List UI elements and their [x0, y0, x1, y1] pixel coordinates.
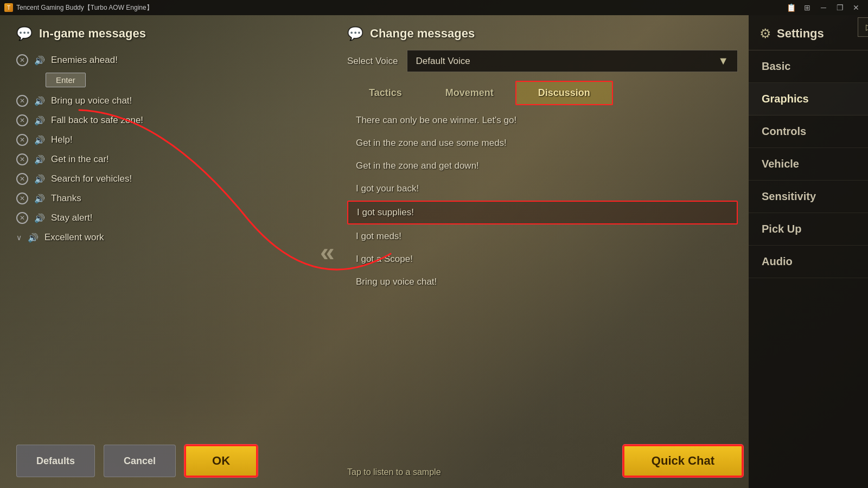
list-item: ✕ 🔊 Enemies ahead!	[16, 52, 326, 68]
remove-message-button[interactable]: ✕	[16, 114, 28, 126]
settings-item-controls[interactable]: Controls	[749, 115, 868, 148]
center-message-item[interactable]: Bring up voice chat!	[347, 271, 738, 293]
settings-panel: ⚙ Settings ▷ Esc Basic Graphics Controls…	[749, 15, 868, 488]
remove-message-button[interactable]: ✕	[16, 54, 28, 66]
titlebar-extra-btn2[interactable]: ⊞	[800, 0, 815, 15]
speaker-icon[interactable]: 🔊	[27, 232, 39, 243]
chevron-down-icon: ▼	[718, 55, 729, 67]
list-item: ✕ 🔊 Stay alert!	[16, 210, 326, 226]
settings-item-vehicle[interactable]: Vehicle	[749, 148, 868, 181]
tab-movement[interactable]: Movement	[424, 81, 515, 105]
enter-button[interactable]: Enter	[46, 73, 86, 87]
speaker-icon[interactable]: 🔊	[34, 192, 46, 204]
center-message-item[interactable]: I got a Scope!	[347, 248, 738, 270]
main-content: 💬 In-game messages ✕ 🔊 Enemies ahead! En…	[0, 15, 868, 488]
settings-item-audio[interactable]: Audio	[749, 246, 868, 278]
remove-message-button[interactable]: ✕	[16, 95, 28, 107]
cancel-button[interactable]: Cancel	[104, 445, 176, 477]
change-messages-icon: 💬	[347, 26, 363, 41]
center-message-item[interactable]: I got your back!	[347, 178, 738, 200]
center-panel-header: 💬 Change messages	[347, 26, 738, 41]
messages-icon: 💬	[16, 26, 33, 41]
restore-button[interactable]: ❐	[832, 0, 847, 15]
remove-message-button[interactable]: ✕	[16, 134, 28, 146]
titlebar-controls: 📋 ⊞ ─ ❐ ✕	[783, 0, 864, 15]
titlebar-extra-btn[interactable]: 📋	[783, 0, 799, 15]
speaker-icon[interactable]: 🔊	[34, 95, 46, 107]
message-text: Search for vehicles!	[51, 174, 132, 184]
remove-message-button[interactable]: ✕	[16, 192, 28, 204]
voice-selector-row: Select Voice Default Voice ▼	[347, 50, 738, 72]
message-text: Fall back to safe zone!	[51, 115, 143, 126]
message-text: Stay alert!	[51, 213, 93, 223]
list-item: ✕ 🔊 Fall back to safe zone!	[16, 112, 326, 129]
back-arrow-icon[interactable]: «	[320, 237, 335, 267]
speaker-icon[interactable]: 🔊	[34, 134, 46, 146]
tab-discussion[interactable]: Discussion	[515, 81, 613, 105]
message-list: ✕ 🔊 Enemies ahead! Enter ✕ 🔊 Bring up vo…	[16, 52, 326, 246]
message-text: Get in the car!	[51, 154, 109, 165]
settings-item-graphics[interactable]: Graphics	[749, 83, 868, 115]
list-item: ✕ 🔊 Search for vehicles!	[16, 171, 326, 187]
chevron-down-icon: ∨	[16, 233, 22, 242]
voice-label: Select Voice	[347, 56, 398, 67]
tab-tactics[interactable]: Tactics	[347, 81, 424, 105]
message-text: Excellent work	[44, 232, 104, 243]
esc-arrow-icon: ▷	[866, 22, 868, 32]
esc-button[interactable]: ▷ Esc	[858, 17, 868, 37]
voice-dropdown[interactable]: Default Voice ▼	[407, 50, 738, 72]
list-item: ✕ 🔊 Help!	[16, 132, 326, 148]
sample-text: Tap to listen to a sample	[347, 467, 441, 477]
gear-icon: ⚙	[760, 26, 771, 41]
ok-button[interactable]: OK	[184, 445, 258, 477]
message-text: Thanks	[51, 193, 81, 204]
titlebar: T Tencent Gaming Buddy【Turbo AOW Engine】…	[0, 0, 868, 15]
speaker-icon[interactable]: 🔊	[34, 54, 46, 66]
left-panel-title: In-game messages	[39, 27, 146, 41]
settings-item-sensitivity[interactable]: Sensitivity	[749, 181, 868, 213]
center-message-item[interactable]: I got meds!	[347, 226, 738, 247]
speaker-icon[interactable]: 🔊	[34, 114, 46, 126]
remove-message-button[interactable]: ✕	[16, 153, 28, 165]
center-message-list: There can only be one winner. Let's go! …	[347, 110, 738, 293]
center-message-item[interactable]: There can only be one winner. Let's go!	[347, 110, 738, 131]
center-message-item-selected[interactable]: I got supplies!	[347, 201, 738, 224]
defaults-button[interactable]: Defaults	[16, 445, 95, 477]
speaker-icon[interactable]: 🔊	[34, 212, 46, 224]
minimize-button[interactable]: ─	[816, 0, 831, 15]
list-item: ✕ 🔊 Bring up voice chat!	[16, 93, 326, 109]
message-text: Bring up voice chat!	[51, 95, 132, 106]
speaker-icon[interactable]: 🔊	[34, 153, 46, 165]
tab-row: Tactics Movement Discussion	[347, 81, 738, 105]
app-icon: T	[4, 3, 13, 12]
titlebar-left: T Tencent Gaming Buddy【Turbo AOW Engine】	[4, 3, 153, 12]
center-message-item[interactable]: Get in the zone and use some meds!	[347, 132, 738, 154]
left-panel-header: 💬 In-game messages	[16, 26, 326, 41]
enter-button-wrap: Enter	[46, 73, 326, 87]
bottom-buttons: Defaults Cancel OK	[16, 445, 258, 477]
settings-item-pickup[interactable]: Pick Up	[749, 213, 868, 246]
voice-value: Default Voice	[416, 56, 470, 67]
center-panel: 💬 Change messages Select Voice Default V…	[336, 15, 749, 488]
list-item: ✕ 🔊 Get in the car!	[16, 151, 326, 168]
quick-chat-button[interactable]: Quick Chat	[623, 445, 743, 477]
message-text: Help!	[51, 134, 73, 145]
message-text: Enemies ahead!	[51, 55, 118, 66]
settings-item-basic[interactable]: Basic	[749, 50, 868, 83]
close-button[interactable]: ✕	[848, 0, 864, 15]
left-panel: 💬 In-game messages ✕ 🔊 Enemies ahead! En…	[0, 15, 336, 488]
speaker-icon[interactable]: 🔊	[34, 173, 46, 185]
settings-header: ⚙ Settings	[749, 15, 868, 50]
list-item: ✕ 🔊 Thanks	[16, 190, 326, 207]
remove-message-button[interactable]: ✕	[16, 173, 28, 185]
settings-items: Basic Graphics Controls Vehicle Sensitiv…	[749, 50, 868, 488]
titlebar-title: Tencent Gaming Buddy【Turbo AOW Engine】	[16, 3, 153, 12]
list-item: ∨ 🔊 Excellent work	[16, 229, 326, 246]
remove-message-button[interactable]: ✕	[16, 212, 28, 224]
center-message-item[interactable]: Get in the zone and get down!	[347, 155, 738, 177]
center-panel-title: Change messages	[370, 27, 475, 41]
settings-title: Settings	[777, 27, 824, 41]
